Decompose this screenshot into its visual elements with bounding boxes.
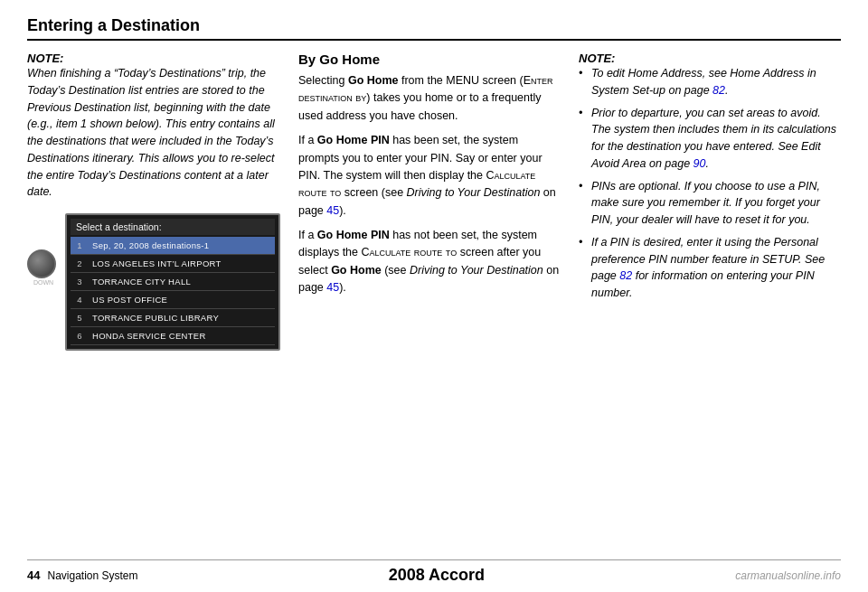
col-right: NOTE: To edit Home Address, see Home Add… — [579, 52, 841, 559]
link-82b[interactable]: 82 — [619, 269, 632, 282]
center-para3: If a Go Home PIN has not been set, the s… — [298, 227, 561, 297]
driving-dest-italic1: Driving to Your Destination — [407, 186, 541, 199]
go-home-label2: Go Home — [331, 264, 382, 277]
go-home-label-1: Go Home — [348, 74, 399, 87]
col-center: By Go Home Selecting Go Home from the ME… — [298, 52, 561, 559]
nav-rows: 1Sep, 20, 2008 destinations-12LOS ANGELE… — [71, 237, 275, 345]
center-para2: If a Go Home PIN has been set, the syste… — [298, 132, 561, 220]
nav-row-text: TORRANCE CITY HALL — [89, 277, 191, 287]
nav-row-text: TORRANCE PUBLIC LIBRARY — [89, 313, 219, 323]
bullet2-text: Prior to departure, you can set areas to… — [591, 107, 836, 170]
page-link-45b[interactable]: 45 — [326, 281, 339, 294]
nav-knob: DOWN — [27, 249, 60, 286]
bullet-4: If a PIN is desired, enter it using the … — [579, 234, 841, 302]
bullet-2: Prior to departure, you can set areas to… — [579, 105, 841, 173]
nav-row-text: HONDA SERVICE CENTER — [89, 331, 206, 341]
page-header: Entering a Destination — [27, 16, 841, 41]
right-note-label: NOTE: — [579, 52, 841, 65]
driving-dest-italic2: Driving to Your Destination — [410, 264, 543, 277]
nav-row: 1Sep, 20, 2008 destinations-1 — [71, 237, 275, 255]
nav-row-num: 4 — [71, 295, 89, 305]
nav-row: 6HONDA SERVICE CENTER — [71, 327, 275, 345]
calc-route-label2: Calculate route to — [361, 246, 457, 258]
bullet1-text: To edit Home Address, see Home Address i… — [591, 67, 816, 97]
menu-label: MENU — [446, 74, 479, 87]
page-link-45a[interactable]: 45 — [326, 204, 339, 217]
nav-screen: Select a destination: 1Sep, 20, 2008 des… — [65, 213, 280, 351]
nav-row-num: 3 — [71, 277, 89, 287]
content-area: NOTE: When finishing a “Today’s Destinat… — [27, 52, 841, 559]
bullet3-text: PINs are optional. If you choose to use … — [591, 180, 820, 227]
page-footer: 44 Navigation System 2008 Accord carmanu… — [27, 559, 841, 592]
nav-screen-title: Select a destination: — [71, 219, 275, 235]
right-bullets: To edit Home Address, see Home Address i… — [579, 65, 841, 302]
nav-row: 2LOS ANGELES INT’L AIRPORT — [71, 255, 275, 273]
nav-row-num: 1 — [71, 240, 89, 250]
left-note-label: NOTE: — [27, 52, 280, 65]
footer-center-text: 2008 Accord — [389, 566, 485, 585]
footer-nav-label: Navigation System — [47, 569, 137, 582]
center-para1: Selecting Go Home from the MENU screen (… — [298, 72, 561, 125]
link-82a[interactable]: 82 — [712, 84, 725, 97]
down-label: DOWN — [33, 279, 53, 286]
footer-left: 44 Navigation System — [27, 569, 138, 582]
bullet-1: To edit Home Address, see Home Address i… — [579, 65, 841, 99]
nav-row: 5TORRANCE PUBLIC LIBRARY — [71, 309, 275, 327]
knob-control[interactable] — [27, 249, 56, 278]
nav-row-text: US POST OFFICE — [89, 295, 167, 305]
nav-row: 3TORRANCE CITY HALL — [71, 273, 275, 291]
nav-row-text: Sep, 20, 2008 destinations-1 — [89, 240, 209, 250]
nav-row-num: 5 — [71, 313, 89, 323]
left-note-text: When finishing a “Today’s Destinations” … — [27, 65, 280, 201]
section-heading: By Go Home — [298, 52, 561, 67]
bullet-3: PINs are optional. If you choose to use … — [579, 178, 841, 229]
enter-dest-label: Enter destination by — [298, 74, 553, 104]
nav-row: 4US POST OFFICE — [71, 291, 275, 309]
link-90[interactable]: 90 — [693, 157, 706, 170]
go-home-pin-label1: Go Home PIN — [317, 134, 390, 146]
nav-screen-wrapper: DOWN Select a destination: 1Sep, 20, 200… — [27, 213, 280, 351]
nav-row-num: 6 — [71, 331, 89, 341]
bullet1-italic: in System Set-up on page — [591, 67, 816, 97]
page-title: Entering a Destination — [27, 16, 200, 34]
go-home-pin-label2: Go Home PIN — [317, 229, 390, 241]
nav-row-num: 2 — [71, 258, 89, 268]
nav-row-text: LOS ANGELES INT’L AIRPORT — [89, 258, 222, 268]
footer-page-number: 44 — [27, 569, 40, 582]
footer-right-text: carmanualsonline.info — [735, 569, 841, 582]
col-left: NOTE: When finishing a “Today’s Destinat… — [27, 52, 280, 559]
